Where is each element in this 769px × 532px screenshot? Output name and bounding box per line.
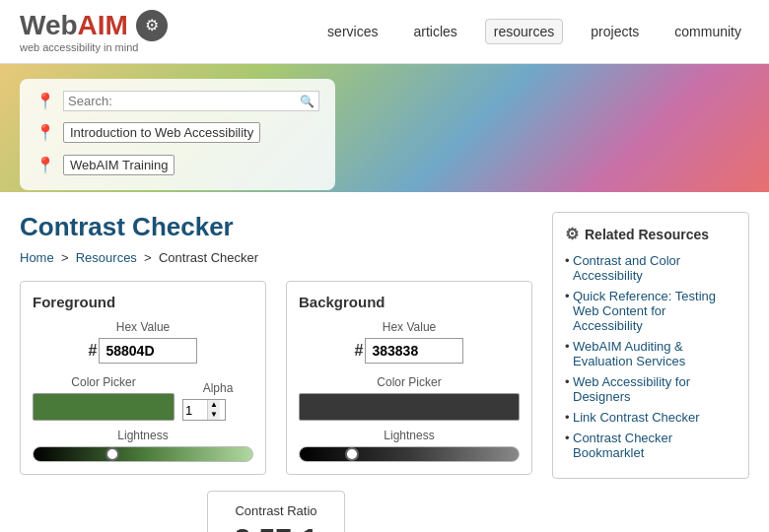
fg-alpha-input[interactable] xyxy=(183,401,207,420)
fg-picker-alpha-row: Color Picker Alpha ▲ ▼ xyxy=(33,375,253,421)
fg-alpha-label: Alpha xyxy=(182,381,253,395)
nav-resources[interactable]: resources xyxy=(485,19,563,44)
gear-icon: ⚙ xyxy=(136,10,168,41)
fg-picker-col: Color Picker xyxy=(33,375,175,421)
search-input[interactable] xyxy=(68,94,300,108)
bg-title: Background xyxy=(299,294,520,310)
contrast-label: Contrast Ratio xyxy=(228,503,324,518)
suggestion-label-2: WebAIM Training xyxy=(63,155,175,175)
fg-picker-label: Color Picker xyxy=(33,375,175,389)
breadcrumb-resources[interactable]: Resources xyxy=(76,250,137,265)
fg-alpha-down[interactable]: ▼ xyxy=(207,410,220,420)
contrast-number: 2.57 xyxy=(234,522,291,532)
checker-area: Foreground Hex Value # Color Picker Alph… xyxy=(20,281,532,475)
related-item-1: Quick Reference: Testing Web Content for… xyxy=(565,289,736,333)
fg-lightness-label: Lightness xyxy=(33,429,253,442)
foreground-title: Foreground xyxy=(33,294,253,310)
related-item-5: Contrast Checker Bookmarklet xyxy=(565,431,736,460)
nav-community[interactable]: community xyxy=(666,20,749,43)
contrast-value: 2.57:1 xyxy=(228,522,324,532)
fg-hex-row: # xyxy=(33,338,253,364)
fg-alpha-spinner: ▲ ▼ xyxy=(207,400,220,420)
related-item-4: Link Contrast Checker xyxy=(565,410,736,425)
related-link-0[interactable]: Contrast and Color Accessibility xyxy=(573,253,680,283)
bg-lightness-container xyxy=(299,446,520,462)
nav-services[interactable]: services xyxy=(319,20,385,43)
suggestion-item-1[interactable]: 📍 Introduction to Web Accessibility xyxy=(35,119,319,146)
bg-color-swatch[interactable] xyxy=(299,393,520,421)
logo-text: WebAIM xyxy=(20,10,128,41)
breadcrumb: Home > Resources > Contrast Checker xyxy=(20,250,532,265)
fg-color-swatch[interactable] xyxy=(33,393,175,421)
suggestion-icon-2: 📍 xyxy=(35,156,55,174)
main-content: Contrast Checker Home > Resources > Cont… xyxy=(0,192,769,532)
breadcrumb-home[interactable]: Home xyxy=(20,250,54,265)
related-box: ⚙ Related Resources Contrast and Color A… xyxy=(552,212,749,479)
fg-lightness-slider[interactable] xyxy=(34,447,252,461)
suggestion-item-2[interactable]: 📍 WebAIM Training xyxy=(35,152,319,178)
bg-picker-label: Color Picker xyxy=(299,375,520,389)
fg-alpha-col: Alpha ▲ ▼ xyxy=(182,381,253,421)
related-link-1[interactable]: Quick Reference: Testing Web Content for… xyxy=(573,289,716,333)
related-header: ⚙ Related Resources xyxy=(565,225,736,243)
related-link-4[interactable]: Link Contrast Checker xyxy=(573,410,700,425)
suggestion-icon-1: 📍 xyxy=(35,123,55,142)
related-link-3[interactable]: Web Accessibility for Designers xyxy=(573,374,690,404)
bg-lightness-slider[interactable] xyxy=(300,447,519,461)
logo-area: WebAIM ⚙ web accessibility in mind xyxy=(20,10,168,53)
fg-hex-input[interactable] xyxy=(99,338,197,364)
related-icon: ⚙ xyxy=(565,225,579,243)
logo-tagline: web accessibility in mind xyxy=(20,41,168,53)
fg-alpha-up[interactable]: ▲ xyxy=(207,400,220,410)
bg-hex-input[interactable] xyxy=(365,338,463,364)
search-row: 📍 🔍 xyxy=(35,91,319,111)
hero-banner: 📍 🔍 📍 Introduction to Web Accessibility … xyxy=(0,64,769,192)
related-link-5[interactable]: Contrast Checker Bookmarklet xyxy=(573,431,672,460)
fg-alpha-input-wrapper: ▲ ▼ xyxy=(182,399,226,421)
search-location-icon: 📍 xyxy=(35,92,55,110)
fg-hex-label: Hex Value xyxy=(33,320,253,334)
search-panel: 📍 🔍 📍 Introduction to Web Accessibility … xyxy=(20,79,335,190)
bg-lightness-label: Lightness xyxy=(299,429,520,442)
related-item-3: Web Accessibility for Designers xyxy=(565,374,736,404)
related-list: Contrast and Color Accessibility Quick R… xyxy=(565,253,736,460)
main-nav: services articles resources projects com… xyxy=(319,19,749,44)
header: WebAIM ⚙ web accessibility in mind servi… xyxy=(0,0,769,64)
logo-aim: AIM xyxy=(78,10,128,40)
fg-lightness-container xyxy=(33,446,253,462)
fg-lightness-section: Lightness xyxy=(33,429,253,462)
related-item-0: Contrast and Color Accessibility xyxy=(565,253,736,283)
breadcrumb-current: Contrast Checker xyxy=(159,250,258,265)
foreground-panel: Foreground Hex Value # Color Picker Alph… xyxy=(20,281,266,475)
suggestion-label-1: Introduction to Web Accessibility xyxy=(63,122,260,143)
fg-hex-hash: # xyxy=(89,342,98,360)
bg-hex-hash: # xyxy=(355,342,364,360)
bg-lightness-section: Lightness xyxy=(299,429,520,462)
search-button[interactable]: 🔍 xyxy=(300,95,315,108)
content-area: Contrast Checker Home > Resources > Cont… xyxy=(20,212,532,532)
related-item-2: WebAIM Auditing & Evaluation Services xyxy=(565,339,736,368)
bg-picker-col: Color Picker xyxy=(299,375,520,421)
contrast-separator: :1 xyxy=(292,522,318,532)
page-title: Contrast Checker xyxy=(20,212,532,242)
contrast-box: Contrast Ratio 2.57:1 xyxy=(207,491,345,532)
sidebar: ⚙ Related Resources Contrast and Color A… xyxy=(552,212,749,532)
nav-projects[interactable]: projects xyxy=(583,20,647,43)
nav-articles[interactable]: articles xyxy=(405,20,464,43)
related-title: Related Resources xyxy=(585,227,709,242)
related-link-2[interactable]: WebAIM Auditing & Evaluation Services xyxy=(573,339,685,368)
bg-hex-row: # xyxy=(299,338,520,364)
logo-web: Web xyxy=(20,10,78,40)
background-panel: Background Hex Value # Color Picker Ligh… xyxy=(286,281,532,475)
search-input-container[interactable]: 🔍 xyxy=(63,91,319,111)
bg-hex-label: Hex Value xyxy=(299,320,520,334)
